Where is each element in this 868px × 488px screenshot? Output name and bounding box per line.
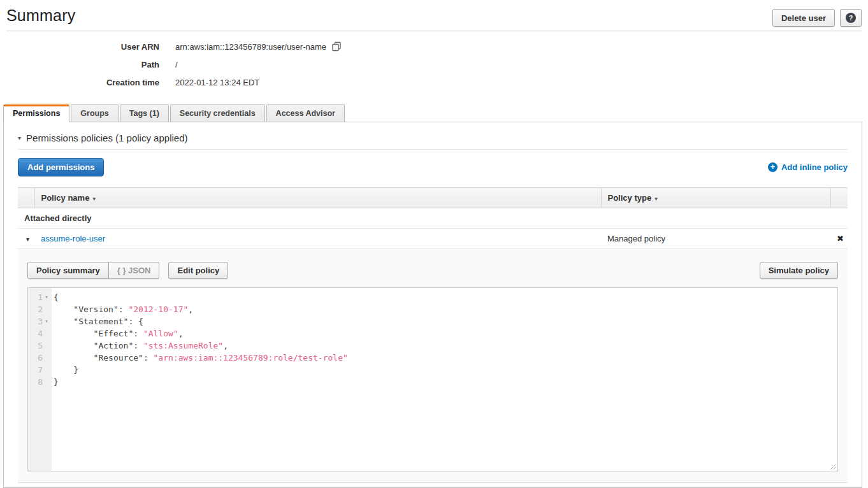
sort-caret-icon: ▾ — [655, 196, 658, 202]
group-row: Attached directly — [18, 208, 848, 229]
detail-label: Creation time — [0, 78, 159, 87]
tab-security-credentials[interactable]: Security credentials — [170, 104, 265, 122]
help-icon: ? — [846, 13, 856, 23]
creation-time-value: 2022-01-12 13:24 EDT — [175, 78, 259, 87]
collapse-row-icon[interactable]: ▾ — [24, 236, 29, 243]
page-title: Summary — [6, 6, 75, 25]
user-arn-value: arn:aws:iam::123456789:user/user-name — [175, 42, 326, 52]
detail-label: Path — [0, 60, 159, 69]
copy-icon[interactable] — [332, 41, 342, 52]
code-text: "Resource": "arn:aws:iam::123456789:role… — [52, 352, 348, 364]
policy-type-column-header[interactable]: Policy type▾ — [601, 188, 830, 208]
line-number: 6 — [38, 352, 43, 364]
expand-column-header — [18, 188, 34, 208]
code-line: 3▾ "Statement": { — [28, 315, 837, 327]
header-actions: Delete user ? — [772, 9, 862, 27]
section-title: Permissions policies (1 policy applied) — [26, 133, 187, 143]
detach-policy-icon[interactable]: ✖ — [830, 229, 848, 249]
policy-detail-toolbar: Policy summary { } JSON Edit policy Simu… — [27, 262, 838, 279]
detail-row-user-arn: User ARN arn:aws:iam::123456789:user/use… — [0, 41, 868, 52]
code-line: 4 "Effect": "Allow", — [28, 327, 837, 340]
policy-view-toggle: Policy summary { } JSON — [27, 262, 159, 279]
line-number: 4 — [38, 327, 43, 340]
help-button[interactable]: ? — [840, 9, 862, 27]
line-number: 3 — [38, 315, 43, 327]
user-details: User ARN arn:aws:iam::123456789:user/use… — [0, 41, 868, 87]
add-permissions-button[interactable]: Add permissions — [18, 158, 104, 176]
code-text: "Statement": { — [52, 315, 143, 327]
permissions-panel: ▾ Permissions policies (1 policy applied… — [3, 122, 862, 488]
line-number: 2 — [38, 303, 43, 315]
detail-row-path: Path / — [0, 60, 868, 69]
code-line: 2 "Version": "2012-10-17", — [28, 303, 837, 315]
detail-label: User ARN — [0, 42, 159, 52]
code-text: "Action": "sts:AssumeRole", — [52, 340, 228, 352]
code-text: { — [52, 291, 59, 303]
tab-access-advisor[interactable]: Access Advisor — [266, 104, 345, 122]
permissions-policies-section-header[interactable]: ▾ Permissions policies (1 policy applied… — [18, 133, 848, 150]
code-line: 7 } — [28, 364, 837, 376]
detail-row-creation-time: Creation time 2022-01-12 13:24 EDT — [0, 78, 868, 87]
line-number: 7 — [38, 364, 43, 376]
code-text: } — [52, 376, 59, 388]
editor-content: 1▾{2 "Version": "2012-10-17",3▾ "Stateme… — [28, 288, 837, 388]
tab-tags[interactable]: Tags (1) — [120, 104, 169, 122]
actions-column-header — [830, 188, 848, 208]
policy-detail-expanded: Policy summary { } JSON Edit policy Simu… — [18, 249, 848, 483]
json-view-button[interactable]: { } JSON — [109, 262, 160, 279]
fold-caret-icon[interactable]: ▾ — [43, 315, 50, 327]
fold-caret-icon[interactable]: ▾ — [43, 291, 50, 303]
policy-actions-row: Add permissions + Add inline policy — [18, 158, 848, 176]
header-divider — [6, 31, 862, 31]
tab-groups[interactable]: Groups — [71, 104, 118, 122]
code-line: 8} — [28, 376, 837, 388]
line-number: 8 — [38, 376, 43, 388]
section-collapse-icon: ▾ — [18, 134, 21, 141]
policy-table: Policy name▾ Policy type▾ Attached direc… — [18, 187, 848, 249]
policy-name-column-header[interactable]: Policy name▾ — [34, 188, 601, 208]
code-line: 6 "Resource": "arn:aws:iam::123456789:ro… — [28, 352, 837, 364]
sort-caret-icon: ▾ — [92, 196, 96, 202]
line-number: 1 — [38, 291, 43, 303]
page-header: Summary Delete user ? — [0, 0, 868, 31]
policy-summary-button[interactable]: Policy summary — [27, 262, 109, 279]
tab-permissions[interactable]: Permissions — [3, 104, 69, 122]
plus-circle-icon: + — [768, 162, 778, 172]
delete-user-button[interactable]: Delete user — [772, 9, 835, 27]
policy-table-header-row: Policy name▾ Policy type▾ — [18, 188, 848, 208]
policy-name-link[interactable]: assume-role-user — [41, 234, 105, 243]
policy-type-value: Managed policy — [607, 234, 665, 243]
editor-resize-handle[interactable] — [828, 461, 837, 470]
code-text: "Effect": "Allow", — [52, 327, 184, 340]
simulate-policy-button[interactable]: Simulate policy — [760, 262, 838, 279]
line-number: 5 — [38, 340, 43, 352]
code-text: } — [52, 364, 78, 376]
code-text: "Version": "2012-10-17", — [52, 303, 193, 315]
code-line: 1▾{ — [28, 291, 837, 303]
path-value: / — [175, 60, 178, 69]
add-inline-policy-link[interactable]: + Add inline policy — [768, 162, 848, 172]
edit-policy-button[interactable]: Edit policy — [168, 262, 228, 279]
tab-bar: Permissions Groups Tags (1) Security cre… — [3, 104, 868, 122]
policy-row: ▾ assume-role-user Managed policy ✖ — [18, 229, 848, 249]
code-line: 5 "Action": "sts:AssumeRole", — [28, 340, 837, 352]
policy-json-editor[interactable]: 1▾{2 "Version": "2012-10-17",3▾ "Stateme… — [27, 287, 838, 471]
group-label: Attached directly — [24, 213, 91, 223]
